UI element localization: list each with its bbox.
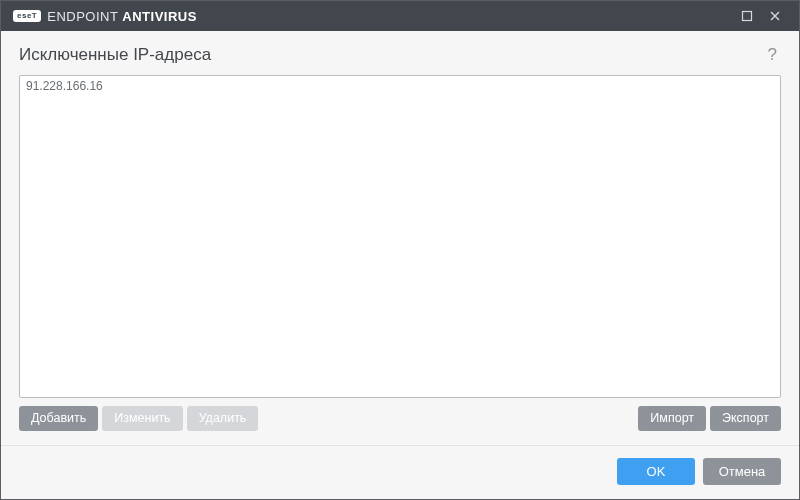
export-button[interactable]: Экспорт [710,406,781,432]
close-button[interactable] [761,1,789,31]
brand-suffix: ANTIVIRUS [122,9,197,24]
dialog-footer: OK Отмена [1,445,799,499]
svg-rect-0 [743,12,752,21]
list-toolbar: Добавить Изменить Удалить Импорт Экспорт [19,398,781,446]
edit-button: Изменить [102,406,182,432]
app-window: eseT ENDPOINT ANTIVIRUS Исключенные IP-а… [0,0,800,500]
ok-button[interactable]: OK [617,458,695,485]
page-title: Исключенные IP-адреса [19,45,211,65]
brand-pill: eseT [13,10,41,22]
brand-prefix: ENDPOINT [47,9,122,24]
list-item[interactable]: 91.228.166.16 [20,76,780,98]
delete-button: Удалить [187,406,259,432]
content-area: Исключенные IP-адреса ? 91.228.166.16 До… [1,31,799,445]
cancel-button[interactable]: Отмена [703,458,781,485]
ip-listbox[interactable]: 91.228.166.16 [19,75,781,398]
add-button[interactable]: Добавить [19,406,98,432]
heading-row: Исключенные IP-адреса ? [19,45,781,65]
close-icon [769,10,781,22]
maximize-icon [741,10,753,22]
maximize-button[interactable] [733,1,761,31]
titlebar: eseT ENDPOINT ANTIVIRUS [1,1,799,31]
brand-logo: eseT ENDPOINT ANTIVIRUS [13,9,197,24]
brand-text: ENDPOINT ANTIVIRUS [47,9,197,24]
import-button[interactable]: Импорт [638,406,706,432]
help-button[interactable]: ? [764,45,781,65]
